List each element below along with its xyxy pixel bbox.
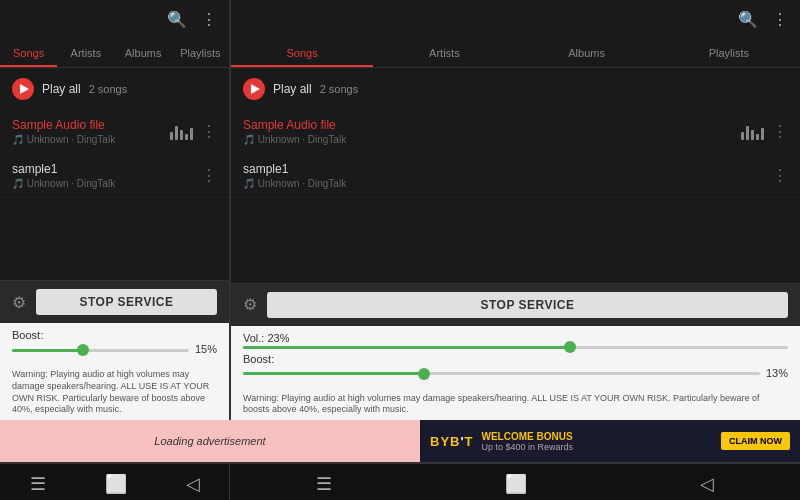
left-song-more-1[interactable]: ⋮ <box>201 122 217 141</box>
right-boost-track[interactable] <box>243 372 760 375</box>
left-song-meta-2: 🎵 Unknown · DingTalk <box>12 178 193 189</box>
right-vol-slider-row <box>243 346 788 349</box>
left-song-more-2[interactable]: ⋮ <box>201 166 217 185</box>
right-tabs: Songs Artists Albums Playlists <box>231 39 800 68</box>
right-service-bar: ⚙ STOP SERVICE <box>231 283 800 326</box>
right-search-button[interactable]: 🔍 <box>736 8 760 31</box>
left-search-button[interactable]: 🔍 <box>165 8 189 31</box>
bar <box>756 134 759 140</box>
left-volume-section: Boost: 15% <box>0 323 229 363</box>
right-panel-content: Play all 2 songs Sample Audio file 🎵 Unk… <box>231 68 800 283</box>
right-song-item-1[interactable]: Sample Audio file 🎵 Unknown · DingTalk ⋮ <box>231 110 800 154</box>
right-vol-label: Vol.: 23% <box>243 332 788 344</box>
right-footer: ⚙ STOP SERVICE Vol.: 23% Boost: <box>231 283 800 420</box>
left-header: 🔍 ⋮ <box>0 0 229 39</box>
right-tab-songs[interactable]: Songs <box>231 39 373 67</box>
left-panel: 🔍 ⋮ Songs Artists Albums Playlists Play … <box>0 0 230 420</box>
left-boost-fill <box>12 349 83 352</box>
left-stop-service-button[interactable]: STOP SERVICE <box>36 289 217 315</box>
left-tab-songs[interactable]: Songs <box>0 39 57 67</box>
right-play-all-row: Play all 2 songs <box>231 68 800 110</box>
left-more-button[interactable]: ⋮ <box>199 8 219 31</box>
right-song-info-2: sample1 🎵 Unknown · DingTalk <box>243 162 764 189</box>
bar <box>175 126 178 140</box>
right-volume-section: Vol.: 23% Boost: 13% <box>231 326 800 387</box>
left-tab-artists[interactable]: Artists <box>57 39 114 67</box>
left-service-bar: ⚙ STOP SERVICE <box>0 280 229 323</box>
right-boost-slider-row: 13% <box>243 367 788 381</box>
bar <box>180 130 183 140</box>
right-tab-artists[interactable]: Artists <box>373 39 515 67</box>
right-boost-thumb[interactable] <box>418 368 430 380</box>
left-tab-albums[interactable]: Albums <box>115 39 172 67</box>
left-nav-home-icon[interactable]: ⬜ <box>105 473 127 495</box>
right-nav-home-icon[interactable]: ⬜ <box>505 473 527 495</box>
bar <box>190 128 193 140</box>
left-song-title-1: Sample Audio file <box>12 118 162 132</box>
left-tab-playlists[interactable]: Playlists <box>172 39 229 67</box>
right-nav-menu-icon[interactable]: ☰ <box>316 473 332 495</box>
right-song-title-2: sample1 <box>243 162 764 176</box>
right-more-button[interactable]: ⋮ <box>770 8 790 31</box>
right-vol-fill <box>243 346 570 349</box>
right-warning-text: Warning: Playing audio at high volumes m… <box>231 387 800 420</box>
right-nav-back-icon[interactable]: ◁ <box>700 473 714 495</box>
ad-right-panel[interactable]: BYB'T WELCOME BONUS Up to $400 in Reward… <box>420 420 800 462</box>
left-song-item-2[interactable]: sample1 🎵 Unknown · DingTalk ⋮ <box>0 154 229 198</box>
left-song-bars-1 <box>170 124 193 140</box>
left-play-all-label: Play all <box>42 82 81 96</box>
left-play-all-row: Play all 2 songs <box>0 68 229 110</box>
ad-text: WELCOME BONUS Up to $400 in Rewards <box>482 431 714 452</box>
right-bottom-nav: ☰ ⬜ ◁ <box>230 463 800 500</box>
right-song-title-1: Sample Audio file <box>243 118 733 132</box>
left-boost-slider-row: 15% <box>12 343 217 357</box>
bar <box>741 132 744 140</box>
ad-logo: BYB'T <box>430 434 474 449</box>
left-boost-track[interactable] <box>12 349 189 352</box>
right-vol-track[interactable] <box>243 346 788 349</box>
right-boost-label: Boost: <box>243 353 788 365</box>
left-song-meta-1: 🎵 Unknown · DingTalk <box>12 134 162 145</box>
left-song-item-1[interactable]: Sample Audio file 🎵 Unknown · DingTalk ⋮ <box>0 110 229 154</box>
left-gear-icon[interactable]: ⚙ <box>12 293 26 312</box>
left-footer: ⚙ STOP SERVICE Boost: 15% Warning: Playi… <box>0 280 229 420</box>
ad-banner: Loading advertisement BYB'T WELCOME BONU… <box>0 420 800 462</box>
ad-claim-button[interactable]: CLAIM NOW <box>721 432 790 450</box>
right-panel: 🔍 ⋮ Songs Artists Albums Playlists Play … <box>231 0 800 420</box>
ad-welcome-text: WELCOME BONUS <box>482 431 714 442</box>
left-boost-thumb[interactable] <box>77 344 89 356</box>
left-play-all-count: 2 songs <box>89 83 128 95</box>
right-boost-fill <box>243 372 424 375</box>
right-song-meta-2: 🎵 Unknown · DingTalk <box>243 178 764 189</box>
right-gear-icon[interactable]: ⚙ <box>243 295 257 314</box>
right-vol-thumb[interactable] <box>564 341 576 353</box>
bottom-nav-container: ☰ ⬜ ◁ ☰ ⬜ ◁ <box>0 462 800 500</box>
left-bottom-nav: ☰ ⬜ ◁ <box>0 463 230 500</box>
left-song-title-2: sample1 <box>12 162 193 176</box>
left-play-all-icon[interactable] <box>12 78 34 100</box>
right-play-all-icon[interactable] <box>243 78 265 100</box>
right-play-all-label: Play all <box>273 82 312 96</box>
left-song-info-1: Sample Audio file 🎵 Unknown · DingTalk <box>12 118 162 145</box>
right-tab-albums[interactable]: Albums <box>516 39 658 67</box>
bar <box>746 126 749 140</box>
right-header: 🔍 ⋮ <box>231 0 800 39</box>
bar <box>761 128 764 140</box>
right-tab-playlists[interactable]: Playlists <box>658 39 800 67</box>
right-song-more-1[interactable]: ⋮ <box>772 122 788 141</box>
right-song-bars-1 <box>741 124 764 140</box>
left-nav-menu-icon[interactable]: ☰ <box>30 473 46 495</box>
bar <box>751 130 754 140</box>
left-boost-value: 15% <box>195 343 217 355</box>
right-stop-service-button[interactable]: STOP SERVICE <box>267 292 788 318</box>
right-song-meta-1: 🎵 Unknown · DingTalk <box>243 134 733 145</box>
ad-loading-text: Loading advertisement <box>154 435 265 447</box>
left-nav-back-icon[interactable]: ◁ <box>186 473 200 495</box>
main-content: 🔍 ⋮ Songs Artists Albums Playlists Play … <box>0 0 800 420</box>
left-song-info-2: sample1 🎵 Unknown · DingTalk <box>12 162 193 189</box>
right-song-item-2[interactable]: sample1 🎵 Unknown · DingTalk ⋮ <box>231 154 800 198</box>
right-song-more-2[interactable]: ⋮ <box>772 166 788 185</box>
left-tabs: Songs Artists Albums Playlists <box>0 39 229 68</box>
left-warning-text: Warning: Playing audio at high volumes m… <box>0 363 229 420</box>
ad-subtitle-text: Up to $400 in Rewards <box>482 442 714 452</box>
